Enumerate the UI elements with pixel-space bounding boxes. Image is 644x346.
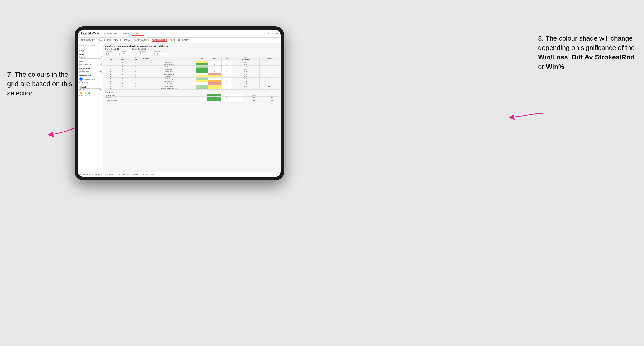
td-diff: 0.38 <box>232 75 260 78</box>
gender-select[interactable]: Women's <box>80 56 102 59</box>
annotation-left-number: 7. <box>7 71 13 78</box>
td-reg: 3 <box>116 66 128 68</box>
player-section-label: Player <box>80 50 102 51</box>
legend-level-label: Level <box>84 95 87 96</box>
add-button[interactable]: ⊕ <box>98 173 100 175</box>
td-div: 15 <box>106 78 116 80</box>
td-rounds: 11 <box>260 85 279 87</box>
watch-button[interactable]: Watch ▾ <box>132 173 139 176</box>
td-tie: 0 <box>222 68 232 70</box>
opponent-filter-select[interactable]: (All) <box>154 53 169 55</box>
grid-view-button[interactable]: ⊞ <box>142 173 144 175</box>
subnav-player-h2h-grid[interactable]: PLAYER H2H GRID <box>152 39 167 42</box>
save-custom-view-label: Save Custom View <box>117 174 129 175</box>
td-rounds: 6 <box>260 87 279 90</box>
td-win: 2 <box>196 87 208 90</box>
td-loss: 2 <box>208 75 222 78</box>
annotation-right-arrow <box>509 106 552 120</box>
td-ood-loss: 0 <box>221 99 232 101</box>
table-row: 914 Sharon Mun 1 0 0 3.67 3 <box>106 68 279 70</box>
redo-right-button[interactable]: ↻ <box>86 173 88 175</box>
region-filter: Region (All) <box>122 51 136 55</box>
region-filter-select[interactable]: (All) <box>122 53 136 55</box>
td-rounds: 3 <box>260 63 279 66</box>
td-reg: 2 <box>116 82 128 85</box>
td-tie: 0 <box>222 73 232 75</box>
share-label: Share <box>150 174 154 175</box>
td-diff: 3.67 <box>232 68 260 70</box>
td-reg: 8 <box>116 78 128 80</box>
td-div: 20 <box>106 87 116 90</box>
copy-button[interactable]: ⎘ <box>89 173 90 175</box>
opponent-view-label: Opponent view <box>80 75 102 77</box>
opponents-filter-select[interactable]: (All) <box>105 53 120 55</box>
logo-area: SCOREBOARD Powered by clippd <box>81 32 100 35</box>
division-label: Division <box>80 61 102 62</box>
td-diff: 4.00 <box>232 70 260 73</box>
division-section: Division NCAA Division III <box>80 61 102 66</box>
bottom-toolbar: ↩ ↺ ↻ ⎘ ✂ ··· ⊕ View: Original Save Cust… <box>78 172 281 177</box>
conference-filter-select[interactable]: (All) <box>138 53 152 55</box>
subnav-player-h2h-heatmap[interactable]: PLAYER H2H HEATMAP <box>170 39 189 42</box>
td-ood-diff: 9.267 <box>242 97 264 99</box>
td-conf: 7 <box>128 87 142 90</box>
td-ood-rounds: 30 <box>265 97 279 99</box>
td-diff: 1.25 <box>232 78 260 80</box>
subnav-team-h2h-heatmap[interactable]: TEAM H2H HEATMAP <box>114 39 131 42</box>
cut-button[interactable]: ✂ <box>92 173 94 175</box>
td-conf: 1 <box>128 73 142 75</box>
td-ood-loss: 0 <box>221 97 232 99</box>
opponent-view-section: Opponent view Opponents Played Top 100 <box>80 75 102 84</box>
td-conf: 3 <box>128 66 142 68</box>
header-right: ı Sign out <box>268 31 278 36</box>
player-rank-section: Player (Rank) 8. Katelyn Vo <box>80 68 102 73</box>
td-loss: 0 <box>208 61 222 63</box>
table-row: 1474 Eunice Yi 2 2 0 0.38 9 <box>106 75 279 78</box>
sign-out-link[interactable]: Sign out <box>271 31 278 36</box>
td-loss: 0 <box>208 70 222 73</box>
td-tie: 0 <box>222 66 232 68</box>
td-loss: 1 <box>208 82 222 85</box>
td-div: 10 <box>106 70 116 73</box>
save-custom-view-button[interactable]: Save Custom View <box>116 173 130 176</box>
td-opponent: Stella Cheng <box>142 78 196 80</box>
legend-up: Up <box>88 92 90 96</box>
division-select[interactable]: NCAA Division III <box>80 63 102 66</box>
table-row: NAIA Division 1 15 0 0 9.267 30 <box>106 97 279 99</box>
td-div: 13 <box>106 73 116 75</box>
td-opponent: Alexis Sudjianto <box>142 63 196 66</box>
radio-top100-input[interactable] <box>80 81 82 84</box>
nav-committee[interactable]: COMMITTEE <box>132 31 144 36</box>
td-opponent: Sydney Kuo <box>142 66 196 68</box>
share-button[interactable]: Share <box>149 173 155 176</box>
table-row: 20116 Emily Chang 4 1 0 0.30 11 <box>106 85 279 87</box>
toolbar-sep2 <box>141 173 141 176</box>
td-ood-rounds: 10 <box>265 99 279 101</box>
td-diff: -1.00 <box>232 66 260 68</box>
player-rank-select[interactable]: 8. Katelyn Vo <box>80 70 102 73</box>
radio-opponents-played-input[interactable] <box>80 77 82 81</box>
redo-left-button[interactable]: ↺ <box>83 173 85 175</box>
opponents-filter: Opponents: (All) <box>105 51 120 55</box>
subnav-team-h2h-grid[interactable]: TEAM H2H GRID <box>98 39 111 42</box>
td-reg: 7 <box>116 75 128 78</box>
settings-button[interactable]: ⊟ <box>146 173 147 175</box>
td-ood-tie: 0 <box>232 97 242 99</box>
more-button[interactable]: ··· <box>95 173 97 175</box>
td-conf: 3 <box>128 70 142 73</box>
undo-button[interactable]: ↩ <box>80 173 82 175</box>
colour-by-select[interactable]: Win/loss <box>80 88 102 91</box>
nav-tournaments[interactable]: TOURNAMENTS <box>103 31 118 36</box>
td-win: 1 <box>196 63 208 66</box>
td-tie: 0 <box>222 70 232 73</box>
nav-items: TOURNAMENTS TEAMS COMMITTEE <box>103 31 268 36</box>
td-div: 20 <box>106 85 116 87</box>
nav-teams[interactable]: TEAMS <box>122 31 129 36</box>
grid-title: Katelyn Vo Head-to-Head Grid for Women's… <box>105 45 279 48</box>
region-filter-label: Region <box>122 51 136 52</box>
subnav-player-summary[interactable]: PLAYER SUMMARY <box>134 39 149 42</box>
view-original-button[interactable]: View: Original <box>103 173 114 176</box>
td-win: 1 <box>196 80 208 82</box>
subnav-team-summary[interactable]: TEAM SUMMARY <box>81 39 94 42</box>
td-diff: -3.00 <box>232 73 260 75</box>
